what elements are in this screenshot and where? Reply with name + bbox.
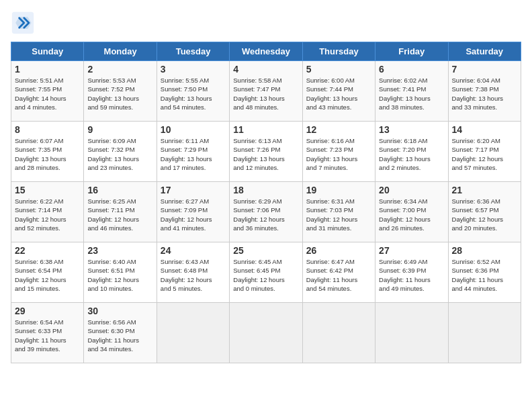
calendar-header: SundayMondayTuesdayWednesdayThursdayFrid… bbox=[11, 42, 521, 61]
calendar-cell bbox=[157, 303, 229, 363]
logo-icon bbox=[11, 11, 35, 35]
day-info: Sunrise: 6:22 AM Sunset: 7:14 PM Dayligh… bbox=[15, 197, 80, 232]
calendar-cell: 28Sunrise: 6:52 AM Sunset: 6:36 PM Dayli… bbox=[448, 242, 521, 303]
day-info: Sunrise: 6:16 AM Sunset: 7:23 PM Dayligh… bbox=[306, 136, 371, 172]
calendar-cell: 24Sunrise: 6:43 AM Sunset: 6:48 PM Dayli… bbox=[157, 242, 229, 303]
calendar-cell: 11Sunrise: 6:13 AM Sunset: 7:26 PM Dayli… bbox=[230, 122, 302, 182]
page-header bbox=[11, 11, 521, 35]
day-number: 29 bbox=[15, 306, 80, 316]
calendar-week-row: 1Sunrise: 5:51 AM Sunset: 7:55 PM Daylig… bbox=[11, 61, 521, 122]
calendar-cell: 30Sunrise: 6:56 AM Sunset: 6:30 PM Dayli… bbox=[84, 303, 157, 363]
calendar-cell bbox=[302, 303, 375, 363]
day-info: Sunrise: 6:31 AM Sunset: 7:03 PM Dayligh… bbox=[306, 197, 371, 232]
day-number: 14 bbox=[452, 124, 517, 135]
weekday-header: Sunday bbox=[11, 42, 84, 61]
day-info: Sunrise: 6:36 AM Sunset: 6:57 PM Dayligh… bbox=[452, 197, 517, 232]
calendar-cell bbox=[375, 303, 448, 363]
calendar-cell: 14Sunrise: 6:20 AM Sunset: 7:17 PM Dayli… bbox=[448, 122, 521, 182]
day-number: 20 bbox=[379, 185, 444, 195]
calendar-week-row: 8Sunrise: 6:07 AM Sunset: 7:35 PM Daylig… bbox=[11, 122, 521, 182]
day-info: Sunrise: 6:00 AM Sunset: 7:44 PM Dayligh… bbox=[306, 76, 371, 111]
calendar-cell bbox=[230, 303, 302, 363]
day-number: 23 bbox=[87, 245, 152, 256]
calendar-cell: 13Sunrise: 6:18 AM Sunset: 7:20 PM Dayli… bbox=[375, 122, 448, 182]
day-info: Sunrise: 6:02 AM Sunset: 7:41 PM Dayligh… bbox=[379, 76, 444, 111]
calendar-cell: 10Sunrise: 6:11 AM Sunset: 7:29 PM Dayli… bbox=[157, 122, 229, 182]
calendar-cell: 27Sunrise: 6:49 AM Sunset: 6:39 PM Dayli… bbox=[375, 242, 448, 303]
calendar-table: SundayMondayTuesdayWednesdayThursdayFrid… bbox=[11, 42, 521, 363]
day-number: 27 bbox=[379, 245, 444, 256]
day-number: 2 bbox=[87, 64, 152, 75]
day-number: 15 bbox=[15, 185, 80, 195]
calendar-cell bbox=[448, 303, 521, 363]
day-info: Sunrise: 6:29 AM Sunset: 7:06 PM Dayligh… bbox=[233, 197, 298, 232]
day-info: Sunrise: 5:58 AM Sunset: 7:47 PM Dayligh… bbox=[233, 76, 298, 111]
weekday-header: Saturday bbox=[448, 42, 521, 61]
day-number: 7 bbox=[452, 64, 517, 75]
calendar-week-row: 29Sunrise: 6:54 AM Sunset: 6:33 PM Dayli… bbox=[11, 303, 521, 363]
day-number: 12 bbox=[306, 124, 371, 135]
calendar-week-row: 15Sunrise: 6:22 AM Sunset: 7:14 PM Dayli… bbox=[11, 182, 521, 242]
weekday-header: Thursday bbox=[302, 42, 375, 61]
day-number: 17 bbox=[161, 185, 226, 195]
day-number: 30 bbox=[87, 306, 152, 316]
day-info: Sunrise: 6:11 AM Sunset: 7:29 PM Dayligh… bbox=[161, 136, 226, 172]
calendar-cell: 6Sunrise: 6:02 AM Sunset: 7:41 PM Daylig… bbox=[375, 61, 448, 122]
day-info: Sunrise: 6:13 AM Sunset: 7:26 PM Dayligh… bbox=[233, 136, 298, 172]
day-number: 4 bbox=[233, 64, 298, 75]
day-info: Sunrise: 6:07 AM Sunset: 7:35 PM Dayligh… bbox=[15, 136, 80, 172]
day-info: Sunrise: 6:38 AM Sunset: 6:54 PM Dayligh… bbox=[15, 257, 80, 293]
day-number: 8 bbox=[15, 124, 80, 135]
day-info: Sunrise: 6:56 AM Sunset: 6:30 PM Dayligh… bbox=[87, 318, 152, 353]
calendar-cell: 5Sunrise: 6:00 AM Sunset: 7:44 PM Daylig… bbox=[302, 61, 375, 122]
day-number: 19 bbox=[306, 185, 371, 195]
weekday-header: Wednesday bbox=[230, 42, 302, 61]
day-info: Sunrise: 6:27 AM Sunset: 7:09 PM Dayligh… bbox=[161, 197, 226, 232]
day-number: 13 bbox=[379, 124, 444, 135]
day-info: Sunrise: 6:40 AM Sunset: 6:51 PM Dayligh… bbox=[87, 257, 152, 293]
calendar-cell: 18Sunrise: 6:29 AM Sunset: 7:06 PM Dayli… bbox=[230, 182, 302, 242]
day-number: 6 bbox=[379, 64, 444, 75]
day-info: Sunrise: 6:18 AM Sunset: 7:20 PM Dayligh… bbox=[379, 136, 444, 172]
logo bbox=[11, 11, 39, 35]
day-info: Sunrise: 6:52 AM Sunset: 6:36 PM Dayligh… bbox=[452, 257, 517, 293]
calendar-cell: 20Sunrise: 6:34 AM Sunset: 7:00 PM Dayli… bbox=[375, 182, 448, 242]
calendar-cell: 4Sunrise: 5:58 AM Sunset: 7:47 PM Daylig… bbox=[230, 61, 302, 122]
day-info: Sunrise: 6:34 AM Sunset: 7:00 PM Dayligh… bbox=[379, 197, 444, 232]
day-info: Sunrise: 6:47 AM Sunset: 6:42 PM Dayligh… bbox=[306, 257, 371, 293]
day-number: 10 bbox=[161, 124, 226, 135]
weekday-header: Tuesday bbox=[157, 42, 229, 61]
calendar-week-row: 22Sunrise: 6:38 AM Sunset: 6:54 PM Dayli… bbox=[11, 242, 521, 303]
calendar-cell: 15Sunrise: 6:22 AM Sunset: 7:14 PM Dayli… bbox=[11, 182, 84, 242]
day-number: 28 bbox=[452, 245, 517, 256]
weekday-row: SundayMondayTuesdayWednesdayThursdayFrid… bbox=[11, 42, 521, 61]
day-number: 1 bbox=[15, 64, 80, 75]
weekday-header: Monday bbox=[84, 42, 157, 61]
calendar-cell: 3Sunrise: 5:55 AM Sunset: 7:50 PM Daylig… bbox=[157, 61, 229, 122]
weekday-header: Friday bbox=[375, 42, 448, 61]
day-number: 26 bbox=[306, 245, 371, 256]
day-info: Sunrise: 6:45 AM Sunset: 6:45 PM Dayligh… bbox=[233, 257, 298, 293]
day-number: 24 bbox=[161, 245, 226, 256]
calendar-cell: 1Sunrise: 5:51 AM Sunset: 7:55 PM Daylig… bbox=[11, 61, 84, 122]
calendar-cell: 2Sunrise: 5:53 AM Sunset: 7:52 PM Daylig… bbox=[84, 61, 157, 122]
day-number: 18 bbox=[233, 185, 298, 195]
calendar-cell: 9Sunrise: 6:09 AM Sunset: 7:32 PM Daylig… bbox=[84, 122, 157, 182]
calendar-cell: 7Sunrise: 6:04 AM Sunset: 7:38 PM Daylig… bbox=[448, 61, 521, 122]
calendar-cell: 16Sunrise: 6:25 AM Sunset: 7:11 PM Dayli… bbox=[84, 182, 157, 242]
day-number: 11 bbox=[233, 124, 298, 135]
calendar-cell: 8Sunrise: 6:07 AM Sunset: 7:35 PM Daylig… bbox=[11, 122, 84, 182]
day-info: Sunrise: 6:09 AM Sunset: 7:32 PM Dayligh… bbox=[87, 136, 152, 172]
day-number: 9 bbox=[87, 124, 152, 135]
day-info: Sunrise: 6:49 AM Sunset: 6:39 PM Dayligh… bbox=[379, 257, 444, 293]
day-number: 16 bbox=[87, 185, 152, 195]
calendar-cell: 12Sunrise: 6:16 AM Sunset: 7:23 PM Dayli… bbox=[302, 122, 375, 182]
day-number: 3 bbox=[161, 64, 226, 75]
day-info: Sunrise: 6:04 AM Sunset: 7:38 PM Dayligh… bbox=[452, 76, 517, 111]
day-info: Sunrise: 5:53 AM Sunset: 7:52 PM Dayligh… bbox=[87, 76, 152, 111]
calendar-cell: 22Sunrise: 6:38 AM Sunset: 6:54 PM Dayli… bbox=[11, 242, 84, 303]
day-info: Sunrise: 6:54 AM Sunset: 6:33 PM Dayligh… bbox=[15, 318, 80, 353]
calendar-cell: 26Sunrise: 6:47 AM Sunset: 6:42 PM Dayli… bbox=[302, 242, 375, 303]
calendar-body: 1Sunrise: 5:51 AM Sunset: 7:55 PM Daylig… bbox=[11, 61, 521, 363]
day-info: Sunrise: 6:43 AM Sunset: 6:48 PM Dayligh… bbox=[161, 257, 226, 293]
